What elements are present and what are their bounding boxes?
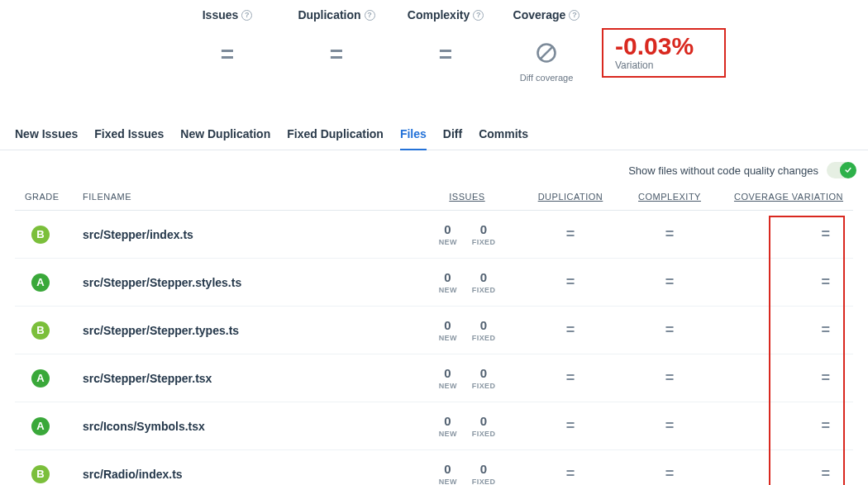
coverage-variation-cell: = [719, 417, 843, 435]
tab-commits[interactable]: Commits [479, 122, 528, 150]
coverage-variation-cell: = [719, 273, 843, 291]
equals-icon: = [221, 41, 234, 68]
metric-issues: Issues ? = [182, 8, 273, 68]
duplication-cell: = [521, 369, 620, 387]
equals-icon: = [330, 41, 343, 68]
metric-complexity: Complexity ? = [400, 8, 491, 68]
col-grade: GRADE [25, 192, 83, 202]
filename-cell[interactable]: src/Radio/index.ts [83, 468, 413, 481]
svg-line-1 [540, 46, 553, 59]
coverage-variation-label: Variation [615, 59, 713, 71]
complexity-cell: = [620, 321, 719, 339]
metrics-strip: Issues ? = Duplication ? = Complexity ? … [0, 0, 868, 83]
tab-diff[interactable]: Diff [443, 122, 462, 150]
table-row[interactable]: Asrc/Stepper/Stepper.styles.ts0NEW0FIXED… [15, 259, 853, 307]
grade-badge: A [31, 273, 50, 292]
table-header: GRADE FILENAME ISSUES DUPLICATION COMPLE… [15, 187, 853, 211]
issues-cell: 0NEW0FIXED [413, 318, 521, 342]
metric-issues-label: Issues [203, 8, 239, 21]
grade-badge: A [31, 417, 50, 435]
duplication-cell: = [521, 417, 620, 435]
metric-coverage: Coverage ? Diff coverage [509, 8, 584, 83]
toggle-row: Show files without code quality changes [0, 150, 868, 187]
issues-cell: 0NEW0FIXED [413, 366, 521, 390]
filename-cell[interactable]: src/Stepper/Stepper.types.ts [83, 324, 413, 337]
issues-cell: 0NEW0FIXED [413, 414, 521, 438]
table-row[interactable]: Asrc/Icons/Symbols.tsx0NEW0FIXED=== [15, 402, 853, 450]
diff-coverage-label: Diff coverage [520, 73, 574, 83]
issues-cell: 0NEW0FIXED [413, 462, 521, 485]
help-icon[interactable]: ? [569, 10, 579, 21]
duplication-cell: = [521, 321, 620, 339]
coverage-variation-box: -0.03% Variation [602, 28, 726, 78]
help-icon[interactable]: ? [365, 10, 375, 21]
filename-cell[interactable]: src/Stepper/Stepper.styles.ts [83, 276, 413, 289]
metric-duplication-label: Duplication [298, 8, 360, 21]
col-coverage-variation[interactable]: COVERAGE VARIATION [719, 192, 843, 202]
metric-duplication: Duplication ? = [291, 8, 382, 68]
grade-badge: A [31, 369, 50, 388]
filename-cell[interactable]: src/Stepper/Stepper.tsx [83, 372, 413, 385]
duplication-cell: = [521, 273, 620, 291]
table-row[interactable]: Bsrc/Stepper/index.ts0NEW0FIXED=== [15, 211, 853, 259]
col-filename: FILENAME [83, 192, 413, 202]
equals-icon: = [439, 41, 452, 68]
table-row[interactable]: Bsrc/Stepper/Stepper.types.ts0NEW0FIXED=… [15, 307, 853, 354]
duplication-cell: = [521, 465, 620, 483]
metric-coverage-label: Coverage [513, 8, 566, 21]
complexity-cell: = [620, 226, 719, 243]
help-icon[interactable]: ? [241, 10, 252, 21]
tab-new-duplication[interactable]: New Duplication [180, 122, 270, 150]
issues-cell: 0NEW0FIXED [413, 222, 521, 246]
tab-files[interactable]: Files [400, 122, 427, 150]
col-issues[interactable]: ISSUES [413, 192, 521, 202]
complexity-cell: = [620, 465, 719, 483]
col-duplication[interactable]: DUPLICATION [521, 192, 620, 202]
issues-cell: 0NEW0FIXED [413, 270, 521, 294]
help-icon[interactable]: ? [473, 10, 484, 21]
toggle-knob [840, 162, 856, 178]
check-icon [844, 166, 852, 174]
coverage-variation-cell: = [719, 226, 843, 243]
complexity-cell: = [620, 417, 719, 435]
coverage-variation-cell: = [719, 465, 843, 483]
tab-new-issues[interactable]: New Issues [15, 122, 78, 150]
metric-complexity-label: Complexity [408, 8, 470, 21]
duplication-cell: = [521, 226, 620, 243]
filename-cell[interactable]: src/Stepper/index.ts [83, 228, 413, 241]
coverage-variation-cell: = [719, 369, 843, 387]
coverage-variation-cell: = [719, 321, 843, 339]
toggle-label: Show files without code quality changes [628, 164, 818, 177]
tab-fixed-duplication[interactable]: Fixed Duplication [287, 122, 384, 150]
empty-set-icon [535, 41, 558, 64]
tab-fixed-issues[interactable]: Fixed Issues [94, 122, 164, 150]
table-row[interactable]: Bsrc/Radio/index.ts0NEW0FIXED=== [15, 450, 853, 485]
coverage-variation-value: -0.03% [615, 33, 713, 59]
complexity-cell: = [620, 273, 719, 291]
col-complexity[interactable]: COMPLEXITY [620, 192, 719, 202]
table-row[interactable]: Asrc/Stepper/Stepper.tsx0NEW0FIXED=== [15, 354, 853, 402]
files-table: GRADE FILENAME ISSUES DUPLICATION COMPLE… [0, 187, 868, 485]
filename-cell[interactable]: src/Icons/Symbols.tsx [83, 420, 413, 433]
complexity-cell: = [620, 369, 719, 387]
grade-badge: B [31, 226, 50, 244]
tab-bar: New IssuesFixed IssuesNew DuplicationFix… [0, 122, 868, 150]
grade-badge: B [31, 465, 50, 483]
show-unchanged-toggle[interactable] [827, 162, 856, 178]
grade-badge: B [31, 321, 50, 340]
